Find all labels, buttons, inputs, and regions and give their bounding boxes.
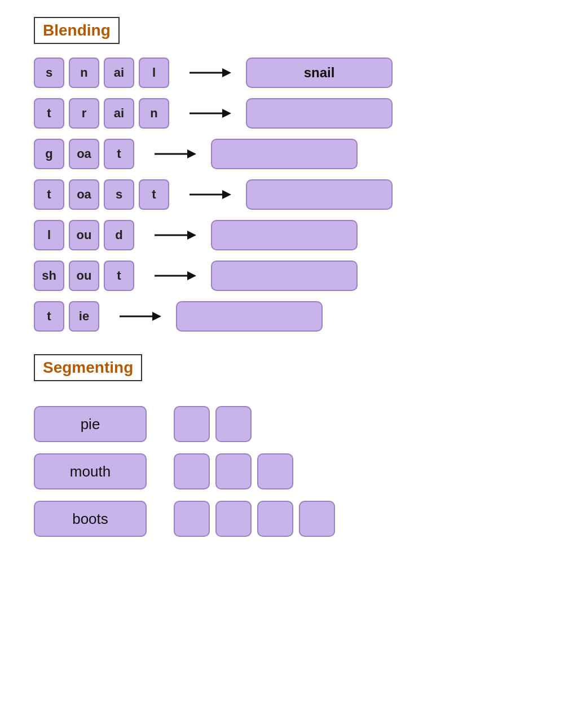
blend-row: shout — [34, 261, 530, 291]
seg-tiles — [174, 406, 252, 442]
seg-row: boots — [34, 501, 530, 537]
phoneme-tile[interactable]: s — [104, 179, 134, 210]
svg-marker-13 — [152, 312, 161, 321]
arrow-icon — [152, 146, 197, 162]
phoneme-tile[interactable]: l — [34, 220, 64, 250]
seg-tile[interactable] — [174, 453, 210, 489]
svg-marker-5 — [187, 149, 196, 158]
seg-tile[interactable] — [215, 406, 252, 442]
result-box[interactable] — [246, 98, 393, 129]
phoneme-tile[interactable]: oa — [69, 139, 99, 169]
blend-row: toast — [34, 179, 530, 210]
arrow-icon — [152, 227, 197, 243]
result-box[interactable] — [211, 261, 358, 291]
blending-title: Blending — [34, 17, 120, 44]
arrow-icon — [187, 105, 232, 121]
phoneme-tile[interactable]: t — [34, 179, 64, 210]
seg-rows: pie mouth boots — [34, 406, 530, 537]
result-box[interactable] — [211, 139, 358, 169]
result-box[interactable]: snail — [246, 58, 393, 88]
seg-tile[interactable] — [174, 501, 210, 537]
word-box[interactable]: boots — [34, 501, 147, 537]
phoneme-tile[interactable]: t — [34, 301, 64, 332]
svg-marker-11 — [187, 271, 196, 280]
seg-tiles — [174, 501, 335, 537]
phoneme-tile[interactable]: s — [34, 58, 64, 88]
seg-row: pie — [34, 406, 530, 442]
phoneme-tile[interactable]: t — [104, 261, 134, 291]
phoneme-tile[interactable]: d — [104, 220, 134, 250]
blend-row: snail snail — [34, 58, 530, 88]
phoneme-tile[interactable]: sh — [34, 261, 64, 291]
phoneme-tile[interactable]: l — [139, 58, 169, 88]
seg-tile[interactable] — [215, 453, 252, 489]
blend-row: loud — [34, 220, 530, 250]
phoneme-tile[interactable]: r — [69, 98, 99, 129]
phoneme-tile[interactable]: n — [139, 98, 169, 129]
phoneme-tile[interactable]: oa — [69, 179, 99, 210]
result-box[interactable] — [211, 220, 358, 250]
segmenting-section: Segmenting pie mouth boots — [34, 354, 530, 537]
phoneme-tile[interactable]: ie — [69, 301, 99, 332]
arrow-icon — [117, 308, 162, 324]
result-box[interactable] — [176, 301, 323, 332]
blend-rows: snail snailtrain goat toast loud shout t… — [34, 58, 530, 332]
phoneme-tile[interactable]: n — [69, 58, 99, 88]
phoneme-tile[interactable]: t — [34, 98, 64, 129]
phoneme-tile[interactable]: t — [104, 139, 134, 169]
phoneme-tile[interactable]: ai — [104, 58, 134, 88]
seg-tile[interactable] — [215, 501, 252, 537]
svg-marker-7 — [222, 190, 231, 199]
svg-marker-9 — [187, 231, 196, 240]
phoneme-tile[interactable]: t — [139, 179, 169, 210]
phoneme-tile[interactable]: ai — [104, 98, 134, 129]
word-box[interactable]: mouth — [34, 453, 147, 489]
segmenting-title: Segmenting — [34, 354, 142, 381]
svg-marker-3 — [222, 109, 231, 118]
phoneme-tile[interactable]: ou — [69, 261, 99, 291]
seg-row: mouth — [34, 453, 530, 489]
word-box[interactable]: pie — [34, 406, 147, 442]
svg-marker-1 — [222, 68, 231, 77]
seg-tiles — [174, 453, 293, 489]
result-box[interactable] — [246, 179, 393, 210]
seg-tile[interactable] — [257, 453, 293, 489]
phoneme-tile[interactable]: ou — [69, 220, 99, 250]
arrow-icon — [187, 187, 232, 202]
seg-tile[interactable] — [257, 501, 293, 537]
phoneme-tile[interactable]: g — [34, 139, 64, 169]
arrow-icon — [187, 65, 232, 81]
blend-row: tie — [34, 301, 530, 332]
arrow-icon — [152, 268, 197, 284]
blend-row: goat — [34, 139, 530, 169]
seg-tile[interactable] — [299, 501, 335, 537]
blending-section: Blending snail snailtrain goat toast lou… — [34, 17, 530, 332]
seg-tile[interactable] — [174, 406, 210, 442]
blend-row: train — [34, 98, 530, 129]
